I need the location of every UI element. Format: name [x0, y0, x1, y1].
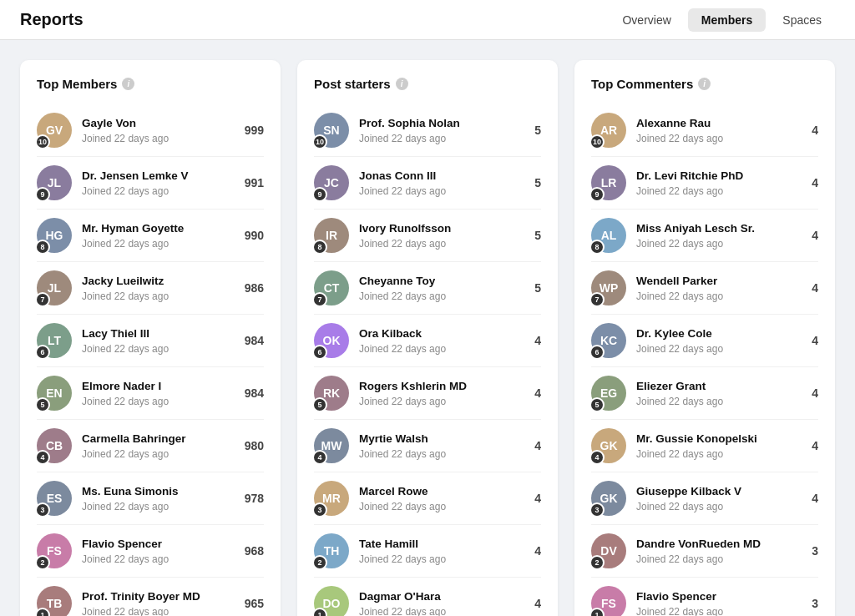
member-name: Dr. Kylee Cole [636, 326, 805, 341]
member-row[interactable]: AR10Alexanne RauJoined 22 days ago4 [591, 104, 818, 157]
member-row[interactable]: LT6Lacy Thiel IIIJoined 22 days ago984 [37, 315, 264, 367]
member-row[interactable]: JC9Jonas Conn IIIJoined 22 days ago5 [314, 157, 541, 210]
member-joined: Joined 22 days ago [359, 185, 528, 197]
member-row[interactable]: GK4Mr. Gussie KonopelskiJoined 22 days a… [591, 420, 818, 472]
member-name: Dandre VonRueden MD [636, 537, 805, 552]
member-row[interactable]: CB4Carmella BahringerJoined 22 days ago9… [37, 420, 264, 472]
member-name: Jonas Conn III [359, 169, 528, 184]
member-name: Alexanne Rau [636, 116, 805, 131]
member-row[interactable]: DV2Dandre VonRueden MDJoined 22 days ago… [591, 525, 818, 578]
member-row[interactable]: JL7Jacky LueilwitzJoined 22 days ago986 [37, 262, 264, 315]
rank-badge: 9 [589, 187, 605, 202]
page-title: Reports [20, 10, 83, 29]
panel-title-top-members: Top Membersi [37, 77, 264, 91]
rank-badge: 7 [35, 292, 50, 307]
member-joined: Joined 22 days ago [82, 606, 238, 616]
member-row[interactable]: GV10Gayle VonJoined 22 days ago999 [37, 104, 264, 157]
member-info: Mr. Gussie KonopelskiJoined 22 days ago [636, 432, 805, 460]
member-row[interactable]: MW4Myrtie WalshJoined 22 days ago4 [314, 420, 541, 472]
member-score: 4 [812, 281, 818, 295]
member-score: 4 [812, 229, 818, 242]
avatar-wrap: EG5 [591, 376, 626, 411]
member-joined: Joined 22 days ago [82, 185, 238, 197]
info-icon[interactable]: i [122, 78, 134, 90]
member-info: Alexanne RauJoined 22 days ago [636, 116, 805, 144]
member-score: 991 [245, 176, 264, 189]
member-row[interactable]: DO1Dagmar O'HaraJoined 22 days ago4 [314, 578, 541, 616]
member-joined: Joined 22 days ago [82, 238, 238, 250]
member-info: Miss Aniyah Lesch Sr.Joined 22 days ago [636, 221, 805, 250]
member-info: Giuseppe Kilback VJoined 22 days ago [636, 484, 805, 512]
member-name: Tate Hamill [359, 537, 528, 552]
avatar-wrap: LT6 [37, 323, 72, 358]
avatar-wrap: MR3 [314, 481, 349, 516]
member-score: 4 [534, 386, 541, 400]
top-nav: Overview Members Spaces [609, 8, 835, 32]
member-row[interactable]: FS2Flavio SpencerJoined 22 days ago968 [37, 525, 264, 578]
member-row[interactable]: HG8Mr. Hyman GoyetteJoined 22 days ago99… [37, 210, 264, 262]
member-info: Mr. Hyman GoyetteJoined 22 days ago [82, 221, 238, 250]
main-content: Top MembersiGV10Gayle VonJoined 22 days … [0, 40, 855, 616]
member-score: 5 [534, 124, 541, 137]
member-row[interactable]: LR9Dr. Levi Ritchie PhDJoined 22 days ag… [591, 157, 818, 210]
panel-top-members: Top MembersiGV10Gayle VonJoined 22 days … [20, 60, 281, 616]
member-row[interactable]: SN10Prof. Sophia NolanJoined 22 days ago… [314, 104, 541, 157]
rank-badge: 4 [312, 450, 327, 465]
nav-members[interactable]: Members [688, 8, 766, 32]
member-row[interactable]: RK5Rogers Kshlerin MDJoined 22 days ago4 [314, 367, 541, 420]
member-info: Lacy Thiel IIIJoined 22 days ago [82, 326, 238, 355]
avatar-wrap: IR8 [314, 218, 349, 253]
member-score: 4 [812, 492, 818, 505]
member-info: Prof. Trinity Boyer MDJoined 22 days ago [82, 589, 238, 616]
member-row[interactable]: AL8Miss Aniyah Lesch Sr.Joined 22 days a… [591, 210, 818, 262]
member-name: Eliezer Grant [636, 379, 805, 394]
member-joined: Joined 22 days ago [636, 290, 805, 302]
member-row[interactable]: TH2Tate HamillJoined 22 days ago4 [314, 525, 541, 578]
member-row[interactable]: EN5Elmore Nader IJoined 22 days ago984 [37, 367, 264, 420]
avatar-wrap: RK5 [314, 376, 349, 411]
info-icon[interactable]: i [698, 78, 711, 90]
avatar-wrap: KC6 [591, 323, 626, 358]
member-row[interactable]: TB1Prof. Trinity Boyer MDJoined 22 days … [37, 578, 264, 616]
member-row[interactable]: FS1Flavio SpencerJoined 22 days ago3 [591, 578, 818, 616]
member-joined: Joined 22 days ago [359, 448, 528, 460]
member-info: Marcel RoweJoined 22 days ago [359, 484, 528, 512]
member-row[interactable]: MR3Marcel RoweJoined 22 days ago4 [314, 472, 541, 525]
member-row[interactable]: WP7Wendell ParkerJoined 22 days ago4 [591, 262, 818, 315]
nav-spaces[interactable]: Spaces [769, 8, 835, 32]
avatar-wrap: DO1 [314, 586, 349, 616]
member-name: Rogers Kshlerin MD [359, 379, 528, 394]
member-row[interactable]: ES3Ms. Euna SimonisJoined 22 days ago978 [37, 472, 264, 525]
rank-badge: 5 [35, 397, 50, 412]
member-score: 4 [812, 124, 818, 137]
member-row[interactable]: CT7Cheyanne ToyJoined 22 days ago5 [314, 262, 541, 315]
avatar-wrap: HG8 [37, 218, 72, 253]
member-score: 965 [245, 597, 264, 610]
member-row[interactable]: OK6Ora KilbackJoined 22 days ago4 [314, 315, 541, 367]
member-row[interactable]: EG5Eliezer GrantJoined 22 days ago4 [591, 367, 818, 420]
rank-badge: 8 [312, 240, 327, 255]
rank-badge: 3 [35, 502, 50, 518]
member-name: Miss Aniyah Lesch Sr. [636, 221, 805, 236]
member-name: Prof. Trinity Boyer MD [82, 589, 238, 604]
rank-badge: 9 [312, 187, 327, 202]
member-score: 990 [245, 229, 264, 242]
member-info: Ora KilbackJoined 22 days ago [359, 326, 528, 355]
member-info: Cheyanne ToyJoined 22 days ago [359, 274, 528, 302]
info-icon[interactable]: i [396, 78, 408, 90]
rank-badge: 8 [589, 240, 605, 255]
nav-overview[interactable]: Overview [609, 8, 684, 32]
panel-top-commenters: Top CommentersiAR10Alexanne RauJoined 22… [574, 60, 835, 616]
member-info: Dr. Kylee ColeJoined 22 days ago [636, 326, 805, 355]
member-row[interactable]: IR8Ivory RunolfssonJoined 22 days ago5 [314, 210, 541, 262]
member-joined: Joined 22 days ago [636, 343, 805, 355]
member-info: Dandre VonRueden MDJoined 22 days ago [636, 537, 805, 565]
avatar-wrap: EN5 [37, 376, 72, 411]
member-row[interactable]: KC6Dr. Kylee ColeJoined 22 days ago4 [591, 315, 818, 367]
rank-badge: 3 [589, 502, 605, 518]
member-info: Elmore Nader IJoined 22 days ago [82, 379, 238, 407]
member-info: Ivory RunolfssonJoined 22 days ago [359, 221, 528, 250]
member-row[interactable]: JL9Dr. Jensen Lemke VJoined 22 days ago9… [37, 157, 264, 210]
avatar-wrap: OK6 [314, 323, 349, 358]
member-row[interactable]: GK3Giuseppe Kilback VJoined 22 days ago4 [591, 472, 818, 525]
